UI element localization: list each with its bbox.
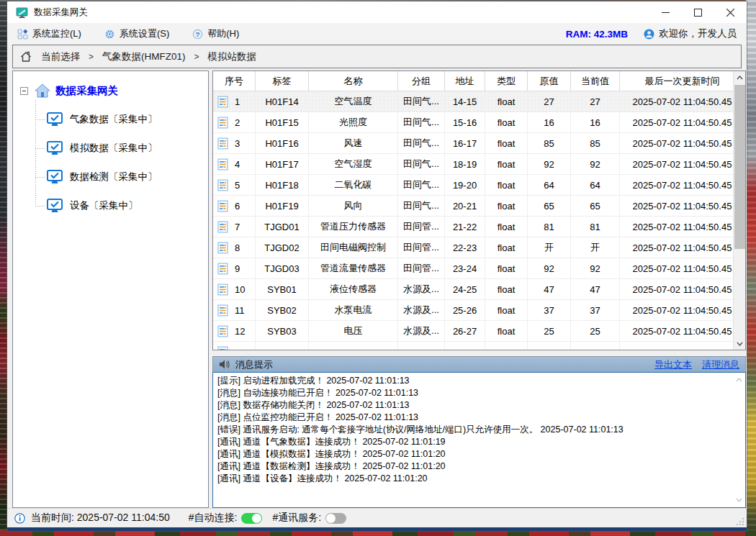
breadcrumb-item-page[interactable]: 模拟站数据 (208, 50, 257, 63)
home-icon[interactable] (19, 50, 32, 63)
table-cell: 水源及... (398, 321, 445, 341)
speaker-icon (219, 359, 230, 370)
column-header-4[interactable]: 分组 (398, 71, 445, 91)
table-cell (445, 342, 485, 350)
row-index-cell: 1 (213, 91, 256, 112)
comm-service-label: #通讯服务: (272, 512, 321, 524)
minimize-button[interactable] (649, 1, 682, 23)
table-cell: 田间气... (398, 196, 445, 216)
table-row[interactable]: 12SYB03电压水源及...26-27float25252025-07-02 … (213, 321, 745, 342)
table-cell: 20-21 (445, 196, 485, 216)
table-cell: 2025-07-02 11:04:50.45 (620, 91, 745, 112)
menu-item-label: 帮助(H) (207, 27, 239, 40)
table-cell: SYB03 (256, 321, 309, 341)
table-cell: 田间电磁阀控制 (309, 237, 398, 258)
table-cell: 2025-07-02 11:04:50.45 (620, 321, 745, 341)
table-cell: 2025-07-02 11:04:50.45 (620, 133, 745, 153)
table-row[interactable]: 2H01F15光照度田间气...15-16float16162025-07-02… (213, 112, 745, 133)
tree-collapse-icon[interactable] (20, 87, 28, 95)
table-cell: 85 (571, 133, 620, 153)
tree-root-node[interactable]: 数据采集网关 (13, 81, 208, 100)
menu-item-monitor-menu[interactable]: 系统监控(L) (14, 26, 84, 42)
column-header-7[interactable]: 原值 (528, 71, 571, 91)
table-cell: float (485, 237, 528, 258)
table-cell: 开 (571, 237, 620, 258)
column-header-3[interactable]: 名称 (309, 71, 398, 91)
table-row[interactable]: 7TJGD01管道压力传感器田间管...21-22float81812025-0… (213, 217, 745, 237)
tree-node-label: 设备〔采集中〕 (70, 199, 138, 212)
tree-connector-line (35, 206, 45, 206)
column-header-5[interactable]: 地址 (445, 71, 485, 91)
menu-item-help[interactable]: ?帮助(H) (189, 26, 242, 42)
export-text-link[interactable]: 导出文本 (654, 358, 692, 371)
monitor-check-icon (47, 112, 63, 127)
table-row[interactable]: 6H01F19风向田间气...20-21float65652025-07-02 … (213, 196, 745, 217)
tree-connector-line (35, 177, 45, 178)
column-header-1[interactable]: 序号 (213, 71, 256, 91)
table-cell: 光照度 (309, 112, 398, 132)
table-cell: 92 (571, 154, 620, 174)
table-cell: 16-17 (445, 133, 485, 153)
table-row[interactable] (213, 342, 745, 350)
message-line: [提示] 启动进程加载完成！ 2025-07-02 11:01:13 (217, 375, 731, 387)
message-line: [通讯] 通道【模拟数据】连接成功！ 2025-07-02 11:01:20 (217, 448, 731, 460)
table-row[interactable]: 4H01F17空气湿度田间气...18-19float92922025-07-0… (213, 154, 745, 175)
sliders-icon (217, 117, 229, 129)
column-header-8[interactable]: 当前值 (571, 71, 620, 91)
table-cell: 18-19 (445, 154, 485, 174)
table-row[interactable]: 3H01F16风速田间气...16-17float85852025-07-02 … (213, 133, 745, 154)
message-line: [通讯] 通道【设备】连接成功！ 2025-07-02 11:01:20 (217, 473, 731, 485)
table-cell: H01F15 (256, 112, 309, 132)
row-index-cell: 12 (213, 321, 256, 341)
table-cell: 64 (528, 175, 571, 195)
table-scrollbar[interactable] (733, 71, 745, 350)
clear-messages-link[interactable]: 清理消息 (702, 358, 739, 371)
scroll-up-arrow[interactable] (734, 71, 745, 83)
table-row[interactable]: 5H01F18二氧化碳田间气...19-20float64642025-07-0… (213, 175, 745, 196)
table-row[interactable]: 9TJGD03管道流量传感器田间管...23-24float92922025-0… (213, 258, 745, 279)
table-cell: 2025-07-02 11:04:50.45 (620, 196, 745, 216)
table-cell: 2025-07-02 11:04:50.45 (620, 237, 745, 258)
table-cell: float (485, 300, 528, 320)
column-header-9[interactable]: 最后一次更新时间 (620, 71, 745, 91)
table-row[interactable]: 1H01F14空气温度田间气...14-15float27272025-07-0… (213, 91, 745, 112)
table-scrollbar-thumb[interactable] (734, 85, 745, 249)
table-cell: 47 (571, 279, 620, 299)
auto-connect-toggle[interactable] (241, 513, 262, 524)
table-cell: 电压 (309, 321, 398, 341)
table-cell (309, 342, 398, 350)
table-cell: 液位传感器 (309, 279, 398, 299)
table-cell (528, 342, 571, 350)
table-cell: H01F16 (256, 133, 309, 153)
table-cell: float (485, 258, 528, 278)
column-header-6[interactable]: 类型 (485, 71, 528, 91)
table-cell: 37 (571, 300, 620, 320)
message-scroll-down-arrow[interactable] (734, 496, 743, 504)
message-scroll-up-arrow[interactable] (734, 376, 743, 384)
resize-grip-icon[interactable] (736, 517, 744, 526)
column-header-2[interactable]: 标签 (256, 71, 309, 91)
table-row[interactable]: 8TJGD02田间电磁阀控制田间管...22-23float开开2025-07-… (213, 237, 745, 258)
table-cell: 水源及... (398, 300, 445, 320)
scroll-down-arrow[interactable] (734, 337, 745, 350)
menu-item-label: 系统监控(L) (32, 27, 81, 40)
breadcrumb-bar: 当前选择 > 气象数据(HMFZ01) > 模拟站数据 (12, 45, 742, 68)
table-row[interactable]: 11SYB02水泵电流水源及...25-26float37372025-07-0… (213, 300, 745, 321)
table-cell: float (485, 217, 528, 237)
table-cell: 37 (528, 300, 571, 320)
breadcrumb-item-channel[interactable]: 气象数据(HMFZ01) (102, 50, 186, 63)
comm-service-toggle[interactable] (325, 513, 346, 524)
monitor-menu-icon (17, 29, 28, 40)
table-cell: 水泵电流 (309, 300, 398, 320)
menu-item-gear[interactable]: 系统设置(S) (102, 26, 172, 42)
table-cell: 风向 (309, 196, 398, 216)
sliders-icon (217, 263, 229, 275)
table-row[interactable]: 10SYB01液位传感器水源及...24-25float47472025-07-… (213, 279, 745, 300)
table-cell (398, 342, 445, 350)
close-button[interactable] (714, 1, 747, 23)
table-cell (571, 342, 620, 350)
table-cell: float (485, 196, 528, 216)
table-cell (485, 342, 528, 350)
maximize-button[interactable] (682, 1, 714, 23)
table-cell: float (485, 279, 528, 299)
